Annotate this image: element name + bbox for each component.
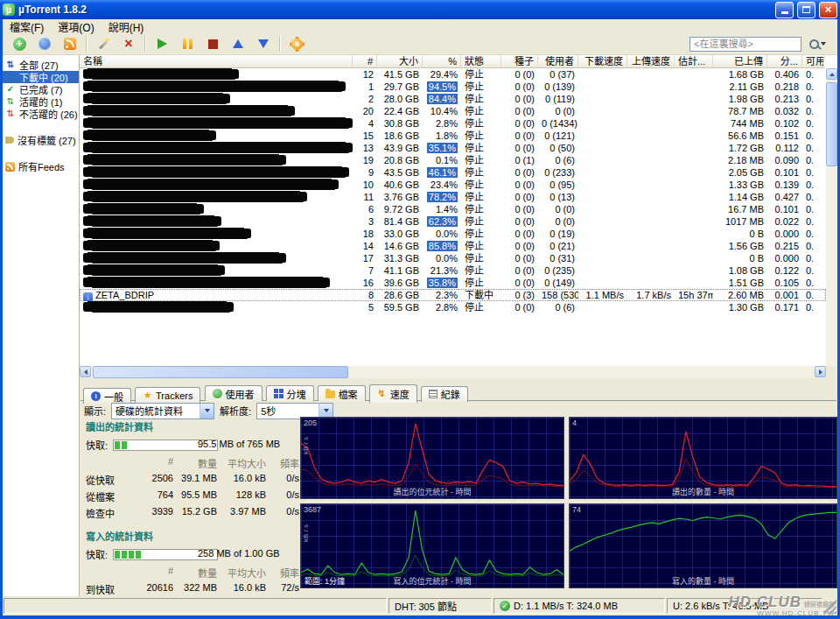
cell-uploaded: 2.11 GB bbox=[713, 81, 767, 93]
column-header-eta[interactable]: 估計... bbox=[675, 55, 713, 68]
tab-files[interactable]: 檔案 bbox=[318, 385, 366, 401]
cell-dl-speed bbox=[578, 191, 627, 203]
add-url-button[interactable] bbox=[35, 35, 54, 53]
torrent-row[interactable]: 1241.5 GB29.4%停止0 (0)0 (37)1.68 GB0.4060… bbox=[80, 68, 826, 81]
column-header-name[interactable]: 名稱 bbox=[80, 55, 353, 68]
search-button[interactable] bbox=[804, 36, 830, 53]
write-stats-title: 寫入的統計資料 bbox=[86, 529, 299, 543]
tab-peers[interactable]: 使用者 bbox=[205, 385, 262, 401]
remove-button[interactable] bbox=[119, 35, 138, 53]
maximize-button[interactable] bbox=[797, 2, 816, 18]
torrent-row[interactable]: 1920.8 GB0.1%停止0 (1)0 (6)2.18 MB0.0900. bbox=[80, 154, 826, 166]
show-combo[interactable]: 硬碟的統計資料 bbox=[111, 403, 214, 419]
rss-button[interactable] bbox=[60, 35, 80, 53]
tab-speed[interactable]: 速度 bbox=[369, 384, 417, 403]
tab-pieces[interactable]: 分塊 bbox=[266, 385, 314, 401]
minimize-button[interactable] bbox=[775, 2, 794, 18]
torrent-row[interactable]: 381.4 GB62.3%停止0 (0)0 (0)1017 MB0.0220. bbox=[80, 215, 826, 228]
search-input[interactable] bbox=[690, 37, 802, 52]
sidebar-item-downloading[interactable]: 下載中 (20) bbox=[3, 71, 79, 83]
cell-status: 停止 bbox=[461, 117, 501, 130]
tab-logger[interactable]: 紀錄 bbox=[421, 386, 468, 402]
pause-button[interactable] bbox=[178, 35, 197, 53]
torrent-row[interactable]: 69.72 GB1.4%停止0 (0)0 (0)16.7 MB0.1010. bbox=[80, 203, 826, 215]
torrent-row[interactable]: 1731.3 GB0.0%停止0 (0)0 (31)0 B0.0000. bbox=[80, 252, 826, 264]
cell-dl-speed bbox=[578, 105, 627, 117]
detail-tabs: 一般 Trackers 使用者 分塊 檔案 速度 紀錄 bbox=[80, 383, 836, 401]
cell-ul-speed bbox=[627, 252, 675, 264]
vertical-scroll-thumb[interactable] bbox=[826, 82, 837, 166]
torrent-row[interactable]: 129.7 GB94.5%停止0 (0)0 (139)2.11 GB0.2180… bbox=[80, 81, 826, 93]
torrent-row[interactable]: ZETA_BDRIP828.6 GB2.3%下載中0 (3)158 (530)1… bbox=[80, 289, 826, 301]
column-header-num[interactable]: # bbox=[353, 55, 377, 68]
cell-ul-speed bbox=[627, 277, 675, 289]
torrent-row[interactable]: 1414.6 GB85.8%停止0 (0)0 (21)1.56 GB0.2150… bbox=[80, 240, 826, 252]
column-header-seeds[interactable]: 種子 bbox=[501, 55, 538, 68]
move-down-button[interactable] bbox=[254, 35, 273, 53]
horizontal-scroll-thumb[interactable] bbox=[93, 366, 348, 378]
torrent-row[interactable]: 1040.6 GB23.4%停止0 (0)0 (95)1.33 GB0.1390… bbox=[80, 179, 826, 191]
tab-trackers[interactable]: Trackers bbox=[135, 387, 200, 403]
torrent-name-cell bbox=[80, 203, 353, 215]
column-header-dl-speed[interactable]: 下載速度 bbox=[578, 55, 627, 68]
sidebar-item-no-label[interactable]: 沒有標籤 (27) bbox=[3, 134, 79, 146]
graph-write-rate: 3687 kB / s 範圍: 1分鐘 寫入的位元統計 - 時間 bbox=[300, 503, 564, 588]
tab-label: 檔案 bbox=[339, 387, 358, 401]
torrent-row[interactable]: 113.76 GB78.2%停止0 (0)0 (13)1.14 GB0.4270… bbox=[80, 191, 826, 203]
column-header-ul-speed[interactable]: 上傳速度 bbox=[627, 55, 675, 68]
cell-uploaded: 1.72 GB bbox=[713, 142, 767, 154]
sidebar-item-active[interactable]: 活躍的 (1) bbox=[3, 95, 79, 108]
torrent-row[interactable]: 943.5 GB46.1%停止0 (0)0 (233)2.05 GB0.1010… bbox=[80, 166, 826, 179]
horizontal-scrollbar bbox=[80, 366, 826, 378]
sidebar-item-completed[interactable]: 已完成 (7) bbox=[3, 83, 79, 95]
menu-file[interactable]: 檔案(F) bbox=[3, 19, 51, 34]
column-header-pct[interactable]: % bbox=[423, 55, 461, 68]
scroll-up-button[interactable] bbox=[826, 68, 837, 80]
cell-uploaded: 2.60 MB bbox=[713, 289, 767, 301]
close-button[interactable] bbox=[819, 2, 837, 18]
cell-avail: 0. bbox=[802, 179, 824, 191]
start-button[interactable] bbox=[152, 35, 172, 53]
scroll-right-button[interactable] bbox=[815, 366, 826, 377]
cell-peers: 0 (6) bbox=[538, 301, 578, 313]
column-header-ratio[interactable]: 分... bbox=[767, 55, 802, 68]
sidebar-item-all-feeds[interactable]: 所有Feeds bbox=[3, 160, 79, 172]
cell-peers: 0 (149) bbox=[538, 277, 578, 289]
y-axis-max: 74 bbox=[572, 505, 581, 514]
torrent-row[interactable]: 2022.4 GB10.4%停止0 (0)0 (0)78.7 MB0.0320. bbox=[80, 105, 826, 117]
logger-icon bbox=[429, 390, 438, 398]
col-amount: 數量 bbox=[173, 456, 217, 470]
cell-uploaded: 1017 MB bbox=[713, 215, 767, 228]
preferences-button[interactable] bbox=[287, 35, 306, 53]
network-ok-icon bbox=[500, 601, 510, 611]
scroll-left-button[interactable] bbox=[80, 366, 91, 377]
cell-status: 停止 bbox=[461, 105, 501, 117]
stop-button[interactable] bbox=[203, 35, 222, 53]
torrent-row[interactable]: 1343.9 GB35.1%停止0 (0)0 (50)1.72 GB0.1120… bbox=[80, 142, 826, 154]
cell-avail: 0. bbox=[802, 105, 824, 117]
torrent-row[interactable]: 559.5 GB2.8%停止0 (0)0 (6)1.30 GB0.1710. bbox=[80, 301, 826, 313]
move-up-button[interactable] bbox=[228, 35, 248, 53]
cell-ul-speed bbox=[627, 228, 675, 240]
torrent-row[interactable]: 228.0 GB84.4%停止0 (0)0 (119)1.98 GB0.2130… bbox=[80, 93, 826, 105]
torrent-row[interactable]: 1518.6 GB1.8%停止0 (0)0 (121)56.6 MB0.1510… bbox=[80, 130, 826, 142]
column-header-uploaded[interactable]: 已上傳 bbox=[713, 55, 767, 68]
add-torrent-button[interactable] bbox=[10, 35, 29, 53]
column-header-peers[interactable]: 使用者 bbox=[538, 55, 578, 68]
torrent-row[interactable]: 1833.0 GB0.0%停止0 (0)0 (19)0 B0.0000. bbox=[80, 228, 826, 240]
menu-options[interactable]: 選項(O) bbox=[51, 19, 101, 34]
create-torrent-button[interactable] bbox=[94, 35, 113, 53]
sidebar-item-all[interactable]: 全部 (27) bbox=[3, 59, 79, 71]
cell-num: 5 bbox=[353, 301, 377, 313]
menu-help[interactable]: 說明(H) bbox=[102, 19, 151, 34]
column-header-avail[interactable]: 可用 bbox=[802, 55, 824, 68]
torrent-row[interactable]: 430.8 GB2.8%停止0 (0)0 (1434)744 MB0.1020. bbox=[80, 117, 826, 130]
torrent-row[interactable]: 1639.6 GB35.8%停止0 (0)0 (149)1.51 GB0.105… bbox=[80, 277, 826, 289]
sidebar-item-inactive[interactable]: 不活躍的 (26) bbox=[3, 108, 79, 120]
torrent-row[interactable]: 741.1 GB21.3%停止0 (0)0 (235)1.08 GB0.1220… bbox=[80, 264, 826, 277]
watermark-subtitle: 精研視務所 bbox=[804, 601, 835, 608]
column-header-size[interactable]: 大小 bbox=[377, 55, 423, 68]
search-icon bbox=[809, 39, 819, 49]
column-header-status[interactable]: 狀態 bbox=[461, 55, 501, 68]
tag-icon bbox=[5, 137, 14, 144]
